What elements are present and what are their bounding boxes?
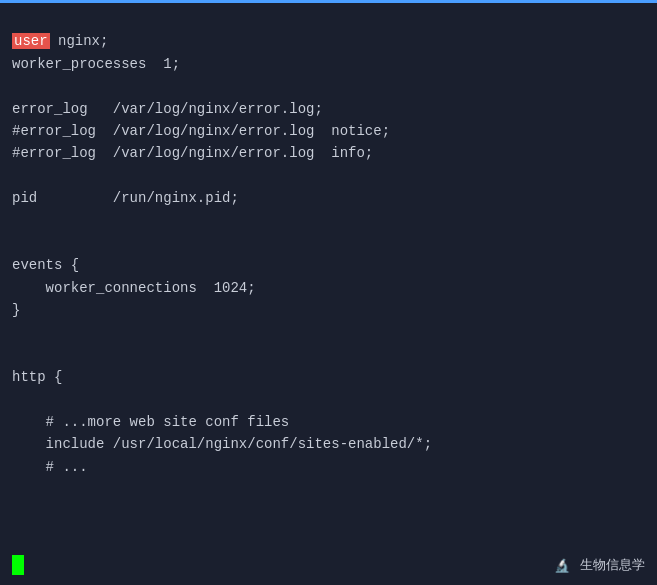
watermark-text: 生物信息学 [580, 556, 645, 574]
code-content[interactable]: user nginx; worker_processes 1; error_lo… [12, 8, 645, 478]
line-6: #error_log /var/log/nginx/error.log info… [12, 145, 373, 161]
line-12: worker_connections 1024; [12, 280, 256, 296]
bottom-bar: 🔬 生物信息学 [0, 553, 657, 577]
line-8: pid /run/nginx.pid; [12, 190, 239, 206]
line-18: # ...more web site conf files [12, 414, 289, 430]
line-5: #error_log /var/log/nginx/error.log noti… [12, 123, 390, 139]
line-4: error_log /var/log/nginx/error.log; [12, 101, 323, 117]
line-1: user nginx; [12, 33, 108, 49]
watermark-icon: 🔬 [550, 553, 574, 577]
terminal-cursor [12, 555, 24, 575]
line-19: include /usr/local/nginx/conf/sites-enab… [12, 436, 432, 452]
top-accent-border [0, 0, 657, 3]
watermark: 🔬 生物信息学 [550, 553, 645, 577]
line-13: } [12, 302, 20, 318]
line-16: http { [12, 369, 62, 385]
line-20: # ... [12, 459, 88, 475]
terminal-window: user nginx; worker_processes 1; error_lo… [0, 0, 657, 585]
line-2: worker_processes 1; [12, 56, 180, 72]
line-11: events { [12, 257, 79, 273]
highlighted-user-keyword: user [12, 33, 50, 49]
